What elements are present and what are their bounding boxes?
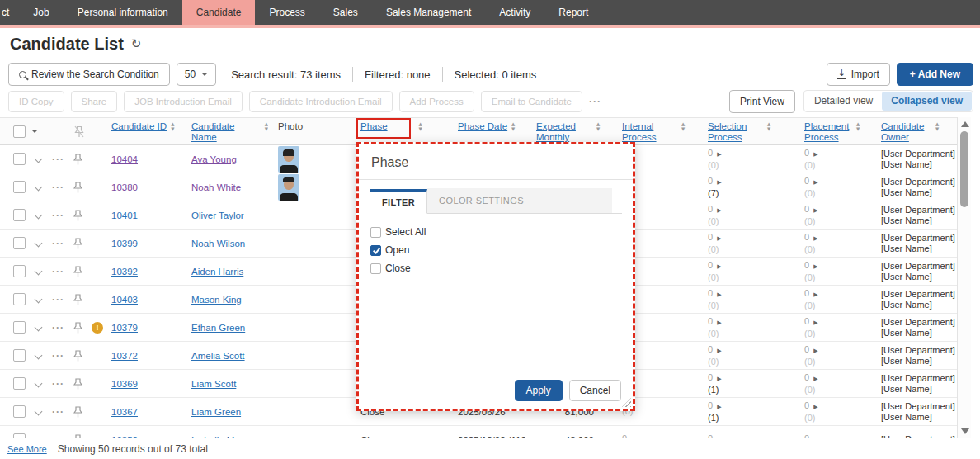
placement-process-count[interactable]: 0: [804, 148, 818, 160]
sort-icon[interactable]: [171, 122, 174, 131]
candidate-name-link[interactable]: Ethan Green: [191, 323, 245, 333]
candidate-name-link[interactable]: Aiden Harris: [191, 267, 243, 277]
selection-process-count[interactable]: 0: [708, 176, 722, 188]
column-header-candidate-owner[interactable]: Candidate Owner: [881, 121, 926, 143]
pin-icon[interactable]: [73, 406, 82, 418]
print-view-button[interactable]: Print View: [729, 90, 795, 113]
page-size-dropdown[interactable]: 50: [177, 63, 216, 86]
refresh-icon[interactable]: [131, 38, 142, 50]
nav-tab-sales-management[interactable]: Sales Management: [372, 0, 485, 25]
candidate-name-link[interactable]: Amelia Scott: [191, 351, 245, 361]
chevron-down-icon[interactable]: [35, 240, 43, 247]
candidate-id-link[interactable]: 10403: [111, 295, 138, 305]
candidate-id-link[interactable]: 10380: [111, 182, 138, 192]
candidate-id-link[interactable]: 10399: [111, 239, 138, 248]
row-more-icon[interactable]: [52, 238, 64, 249]
review-search-condition-button[interactable]: Review the Search Condition: [8, 63, 170, 86]
sort-icon[interactable]: [419, 122, 422, 131]
sort-icon[interactable]: [596, 122, 600, 131]
row-checkbox[interactable]: [13, 265, 26, 277]
apply-button[interactable]: Apply: [515, 380, 563, 401]
selection-process-count[interactable]: 0: [708, 400, 722, 413]
placement-process-count[interactable]: 0: [804, 400, 818, 413]
close-option-checkbox[interactable]: [370, 263, 381, 274]
column-header-placement-process[interactable]: Placement Process: [804, 121, 852, 143]
candidate-name-link[interactable]: Liam Scott: [191, 379, 236, 389]
row-checkbox[interactable]: [13, 209, 26, 221]
placement-process-count[interactable]: 0: [804, 232, 818, 244]
scrollbar-thumb[interactable]: [960, 131, 968, 207]
row-more-icon[interactable]: [52, 322, 64, 334]
option-select-all[interactable]: Select All: [370, 226, 621, 238]
selection-process-count[interactable]: 0: [708, 148, 722, 160]
chevron-down-icon[interactable]: [35, 184, 43, 191]
pin-disabled-icon[interactable]: [74, 125, 84, 138]
column-header-candidate-id[interactable]: Candidate ID: [111, 121, 167, 132]
collapsed-view-button[interactable]: Collapsed view: [882, 92, 972, 111]
candidate-name-link[interactable]: Noah Wilson: [191, 239, 245, 248]
nav-tab-sales[interactable]: Sales: [319, 0, 372, 25]
placement-process-count[interactable]: 0: [804, 288, 818, 300]
tab-filter[interactable]: FILTER: [370, 189, 427, 214]
pin-icon[interactable]: [73, 294, 82, 305]
option-open[interactable]: Open: [370, 244, 621, 256]
chevron-down-icon[interactable]: [35, 212, 43, 219]
row-checkbox[interactable]: [13, 181, 26, 193]
candidate-introduction-email-button[interactable]: Candidate Introduction Email: [249, 91, 393, 112]
candidate-name-link[interactable]: Ava Young: [191, 154, 237, 164]
row-more-icon[interactable]: [52, 294, 64, 305]
pin-icon[interactable]: [73, 322, 82, 334]
candidate-name-link[interactable]: Mason King: [191, 295, 242, 305]
chevron-down-icon[interactable]: [35, 156, 43, 163]
sort-icon[interactable]: [935, 122, 939, 131]
selection-process-count[interactable]: 0: [708, 288, 722, 300]
import-button[interactable]: Import: [827, 63, 890, 86]
nav-tab-job[interactable]: Job: [19, 0, 63, 25]
nav-tab-contact[interactable]: ct: [0, 0, 19, 25]
share-button[interactable]: Share: [71, 91, 118, 112]
pin-icon[interactable]: [73, 350, 82, 362]
row-more-icon[interactable]: [52, 378, 64, 390]
chevron-down-icon[interactable]: [35, 268, 43, 275]
row-more-icon[interactable]: [52, 406, 64, 418]
scroll-up-icon[interactable]: [961, 121, 969, 127]
row-checkbox[interactable]: [13, 237, 26, 249]
row-checkbox[interactable]: [13, 405, 26, 418]
candidate-photo[interactable]: [278, 146, 299, 173]
sort-icon[interactable]: [767, 122, 770, 131]
row-checkbox[interactable]: [13, 153, 26, 165]
candidate-id-link[interactable]: 10401: [111, 211, 138, 220]
column-header-selection-process[interactable]: Selection Process: [708, 121, 753, 143]
detailed-view-button[interactable]: Detailed view: [805, 92, 882, 111]
sort-icon[interactable]: [511, 122, 515, 131]
column-header-internal-process[interactable]: Internal Process: [622, 121, 667, 143]
candidate-id-link[interactable]: 10372: [111, 351, 138, 361]
tab-color-settings[interactable]: COLOR SETTINGS: [427, 188, 612, 213]
cancel-button[interactable]: Cancel: [569, 380, 621, 401]
candidate-id-link[interactable]: 10369: [111, 379, 138, 389]
selection-process-count[interactable]: 0: [708, 316, 722, 329]
row-more-icon[interactable]: [52, 350, 64, 362]
selection-process-count[interactable]: 0: [708, 204, 722, 216]
select-all-checkbox[interactable]: [13, 125, 26, 138]
row-checkbox[interactable]: [13, 349, 26, 362]
pin-icon[interactable]: [73, 182, 82, 193]
pin-icon[interactable]: [73, 154, 82, 165]
column-header-candidate-name[interactable]: Candidate Name: [191, 121, 261, 143]
chevron-down-icon[interactable]: [35, 324, 43, 331]
placement-process-count[interactable]: 0: [804, 372, 818, 385]
placement-process-count[interactable]: 0: [804, 204, 818, 216]
chevron-down-icon[interactable]: [35, 381, 43, 387]
pin-icon[interactable]: [73, 238, 82, 249]
candidate-id-link[interactable]: 10392: [111, 267, 138, 277]
see-more-link[interactable]: See More: [7, 444, 47, 454]
chevron-down-icon[interactable]: [35, 296, 43, 303]
candidate-id-link[interactable]: 10379: [111, 323, 138, 333]
candidate-name-link[interactable]: Noah White: [191, 182, 241, 192]
column-header-phase-date[interactable]: Phase Date: [458, 121, 507, 132]
id-copy-button[interactable]: ID Copy: [8, 91, 64, 112]
chevron-down-icon[interactable]: [35, 409, 43, 415]
candidate-photo[interactable]: [278, 174, 299, 201]
nav-tab-candidate[interactable]: Candidate: [182, 0, 256, 25]
warning-icon[interactable]: [92, 322, 103, 334]
